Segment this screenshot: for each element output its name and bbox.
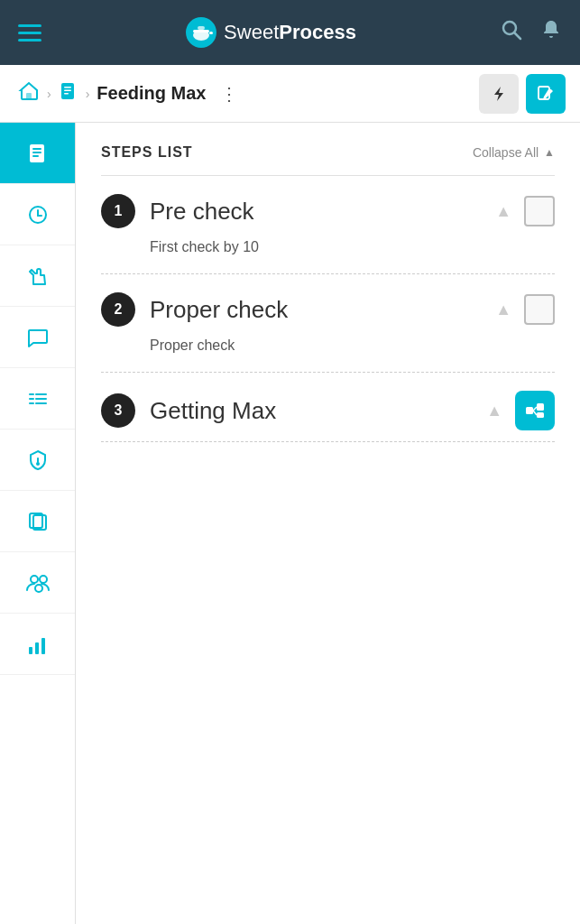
svg-rect-35 (35, 642, 39, 654)
sidebar-item-teams[interactable] (0, 552, 75, 614)
hamburger-menu[interactable] (18, 24, 41, 42)
svg-rect-7 (26, 93, 32, 99)
step-2-header: 2 Proper check ▲ (101, 292, 555, 327)
step-2-right: ▲ (495, 294, 555, 325)
svg-rect-3 (198, 26, 205, 30)
document-icon[interactable] (59, 81, 78, 106)
separator-1: › (47, 87, 51, 101)
more-options-icon[interactable]: ⋮ (220, 83, 238, 105)
step-2-number: 2 (101, 292, 135, 327)
step-1-collapse-icon[interactable]: ▲ (495, 202, 511, 221)
svg-rect-11 (64, 93, 69, 95)
step-1-left: 1 Pre check (101, 194, 254, 228)
breadcrumb: › › Feeding Max ⋮ (18, 80, 238, 107)
logo-icon (186, 17, 216, 48)
sidebar-item-documents[interactable] (0, 123, 75, 184)
steps-list-label: STEPS LIST (101, 144, 193, 161)
svg-rect-17 (32, 155, 39, 157)
home-icon[interactable] (18, 80, 40, 107)
svg-rect-38 (537, 403, 544, 411)
sidebar-item-analytics[interactable] (0, 614, 75, 675)
sidebar-item-history[interactable] (0, 184, 75, 245)
bell-icon[interactable] (540, 19, 562, 46)
main-layout: STEPS LIST Collapse All ▲ 1 Pre check ▲ … (0, 123, 580, 924)
step-1-right: ▲ (495, 196, 555, 226)
sidebar-item-copy[interactable] (0, 491, 75, 552)
step-1-divider (101, 273, 555, 274)
step-3-number: 3 (101, 393, 135, 428)
svg-rect-15 (32, 148, 41, 150)
logo: SweetProcess (186, 17, 356, 48)
collapse-all-label: Collapse All (473, 145, 539, 160)
sidebar-item-comments[interactable] (0, 307, 75, 368)
step-3-collapse-icon[interactable]: ▲ (486, 402, 502, 420)
svg-point-33 (35, 585, 42, 592)
content-area: STEPS LIST Collapse All ▲ 1 Pre check ▲ … (76, 123, 580, 924)
chevron-up-icon: ▲ (544, 146, 555, 159)
svg-line-41 (533, 411, 537, 415)
step-3-right: ▲ (486, 391, 555, 430)
sidebar-item-policies[interactable] (0, 430, 75, 491)
edit-button[interactable] (526, 74, 566, 114)
step-1-name: Pre check (150, 198, 254, 226)
svg-point-31 (31, 576, 38, 583)
svg-rect-2 (193, 30, 209, 32)
automation-button[interactable] (479, 74, 519, 114)
svg-rect-36 (41, 638, 45, 654)
step-3-name: Getting Max (150, 397, 276, 425)
step-2-collapse-icon[interactable]: ▲ (495, 300, 511, 319)
header-actions (501, 19, 562, 46)
step-3-divider (101, 441, 555, 442)
step-2-checkbox[interactable] (524, 294, 555, 325)
step-1-description: First check by 10 (150, 239, 555, 255)
svg-rect-10 (64, 90, 71, 92)
step-2-left: 2 Proper check (101, 292, 288, 327)
steps-divider (101, 175, 555, 176)
svg-point-32 (40, 576, 47, 583)
sidebar-item-likes[interactable] (0, 245, 75, 307)
step-1-checkbox[interactable] (524, 196, 555, 226)
search-icon[interactable] (501, 19, 522, 46)
sidebar-item-checklist[interactable] (0, 368, 75, 430)
step-3-left: 3 Getting Max (101, 393, 276, 428)
sidebar (0, 123, 76, 924)
step-2-description: Proper check (150, 337, 555, 354)
step-3-header: 3 Getting Max ▲ (101, 391, 555, 430)
step-item-3: 3 Getting Max ▲ (101, 391, 555, 442)
svg-rect-34 (29, 647, 32, 654)
step-2-name: Proper check (150, 296, 288, 324)
svg-rect-39 (537, 412, 544, 418)
svg-rect-16 (32, 152, 41, 153)
breadcrumb-actions (479, 74, 566, 114)
step-1-header: 1 Pre check ▲ (101, 194, 555, 228)
breadcrumb-bar: › › Feeding Max ⋮ (0, 65, 580, 123)
svg-marker-12 (494, 87, 503, 101)
svg-rect-4 (209, 32, 213, 34)
svg-rect-37 (526, 407, 533, 414)
svg-line-6 (515, 33, 521, 40)
step-item-1: 1 Pre check ▲ First check by 10 (101, 194, 555, 274)
svg-rect-9 (64, 87, 71, 88)
collapse-all-button[interactable]: Collapse All ▲ (473, 145, 555, 160)
logo-text: SweetProcess (224, 21, 356, 44)
top-header: SweetProcess (0, 0, 580, 65)
separator-2: › (86, 87, 90, 101)
page-title: Feeding Max (97, 83, 206, 104)
step-1-number: 1 (101, 194, 135, 228)
steps-header: STEPS LIST Collapse All ▲ (101, 144, 555, 161)
step-item-2: 2 Proper check ▲ Proper check (101, 292, 555, 373)
step-3-action-button[interactable] (515, 391, 555, 430)
svg-line-40 (533, 407, 537, 411)
step-2-divider (101, 372, 555, 373)
